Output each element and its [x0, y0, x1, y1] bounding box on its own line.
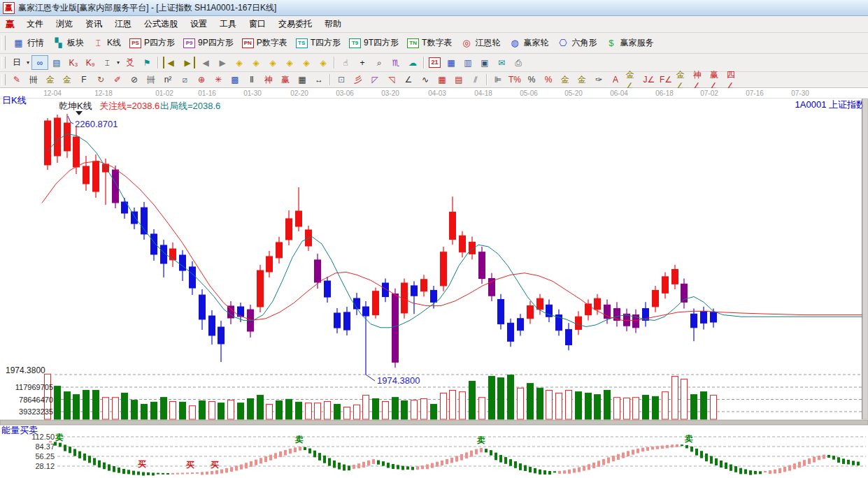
- crosshair-icon[interactable]: +: [354, 55, 371, 70]
- square-web-icon[interactable]: ▩: [227, 73, 243, 87]
- brush-icon[interactable]: ✎: [8, 73, 25, 87]
- print-icon[interactable]: ⎙: [510, 55, 527, 70]
- toolbar-grip[interactable]: [1, 74, 6, 85]
- gold-circle-icon[interactable]: 金: [557, 73, 574, 87]
- expand-h-icon[interactable]: ◈: [264, 55, 281, 70]
- title-bar[interactable]: 赢 赢家江恩专业版[赢家内部服务平台] - [上证指数 SH1A0001-167…: [0, 0, 868, 16]
- calculator-icon[interactable]: ▦: [443, 55, 460, 70]
- ying-angle-icon[interactable]: 赢∠: [708, 73, 725, 87]
- time-grid-icon[interactable]: 卌: [143, 73, 159, 87]
- toolbar-button-六角形[interactable]: ⎔六角形: [553, 36, 601, 50]
- percent-icon[interactable]: %: [523, 73, 540, 87]
- shen-grid-icon[interactable]: 神: [260, 73, 277, 87]
- export-icon[interactable]: ✉: [493, 55, 510, 70]
- toolbar-button-9P四方形[interactable]: P99P四方形: [179, 36, 238, 50]
- percent-line-icon[interactable]: %: [540, 73, 557, 87]
- toolbar-button-K线[interactable]: ⌶K线: [88, 36, 125, 50]
- gold-grid2-icon[interactable]: 金: [59, 73, 76, 87]
- fan-left-icon[interactable]: ◸: [367, 73, 383, 87]
- f-angle-icon[interactable]: F∠: [657, 73, 674, 87]
- menu-item-2[interactable]: 资讯: [79, 17, 108, 31]
- ying-grid-icon[interactable]: 赢: [277, 73, 294, 87]
- calendar-icon[interactable]: 21: [427, 56, 443, 69]
- toolbar-button-行情[interactable]: ▦行情: [8, 36, 48, 50]
- chart-scrollbar[interactable]: [863, 99, 868, 419]
- fan-lines-icon[interactable]: 彡: [350, 73, 367, 87]
- span-arrow-icon[interactable]: ↔: [311, 73, 327, 87]
- gold-line-icon[interactable]: 金: [574, 73, 590, 87]
- pen-line-icon[interactable]: ✑: [590, 73, 607, 87]
- si-angle-icon[interactable]: 四∠: [725, 73, 741, 87]
- mirror-icon[interactable]: ⧄: [176, 73, 193, 87]
- gold-angle-icon[interactable]: 金∠: [624, 73, 641, 87]
- prev-bar-icon[interactable]: ◀: [197, 55, 214, 70]
- menu-item-0[interactable]: 文件: [20, 17, 50, 31]
- panel-splitter[interactable]: [0, 420, 868, 425]
- toolbar-button-T数字表[interactable]: TNT数字表: [403, 36, 456, 50]
- chip-dist-icon[interactable]: ♏: [387, 55, 404, 70]
- wave-tool-icon[interactable]: ∿: [417, 73, 434, 87]
- next-bar-icon[interactable]: ▶: [214, 55, 231, 70]
- period-day-dropdown[interactable]: 日▾: [8, 55, 31, 70]
- menu-item-7[interactable]: 窗口: [243, 17, 272, 31]
- kline-9-icon[interactable]: K₉: [82, 55, 99, 70]
- j-angle-icon[interactable]: J∠: [641, 73, 657, 87]
- t-percent-icon[interactable]: T%: [506, 73, 523, 87]
- spider-web-icon[interactable]: ✳: [210, 73, 227, 87]
- price-grid-icon[interactable]: ▤: [450, 73, 467, 87]
- notepad-icon[interactable]: ▥: [460, 55, 476, 70]
- menu-item-9[interactable]: 帮助: [318, 17, 348, 31]
- menu-item-1[interactable]: 浏览: [50, 17, 79, 31]
- toolbar-grip[interactable]: [1, 36, 6, 50]
- box-tool-icon[interactable]: ⊡: [333, 73, 350, 87]
- shrink-h-icon[interactable]: ◈: [281, 55, 298, 70]
- gold-grid-icon[interactable]: 金: [42, 73, 59, 87]
- toolbar-button-P四方形[interactable]: PSP四方形: [125, 36, 179, 50]
- candle-style-dropdown[interactable]: ⌶▾: [99, 55, 122, 70]
- toolbar-grip[interactable]: [1, 57, 6, 69]
- shen-angle-icon[interactable]: 神∠: [691, 73, 708, 87]
- gann-overlay-icon[interactable]: ∞: [31, 55, 48, 70]
- first-bar-icon[interactable]: ◀: [161, 55, 179, 70]
- menu-item-5[interactable]: 设置: [184, 17, 213, 31]
- grid-tool-icon[interactable]: 卌: [25, 73, 42, 87]
- n-square-icon[interactable]: n²: [159, 73, 176, 87]
- info-doc-icon[interactable]: ▤: [48, 55, 65, 70]
- level-bars-icon[interactable]: ⊫: [490, 73, 506, 87]
- cycle-circle-icon[interactable]: ⊘: [126, 73, 143, 87]
- ruler-grid-icon[interactable]: ▦: [294, 73, 311, 87]
- shrink-v-icon[interactable]: ◈: [315, 55, 332, 70]
- toolbar-button-T四方形[interactable]: TST四方形: [292, 36, 345, 50]
- wave-abc-icon[interactable]: A: [607, 73, 624, 87]
- color-kline-icon[interactable]: ⚑: [138, 55, 155, 70]
- toolbar-button-赢家轮[interactable]: ◍赢家轮: [504, 36, 553, 50]
- slash-lines-icon[interactable]: ⫽: [467, 73, 484, 87]
- red-grid-icon[interactable]: ▦: [434, 73, 450, 87]
- menu-item-4[interactable]: 公式选股: [138, 17, 184, 31]
- toolbar-button-9T四方形[interactable]: T99T四方形: [345, 36, 403, 50]
- magnifier-icon[interactable]: ⌕: [371, 55, 387, 70]
- stock-filter-icon[interactable]: 爻: [122, 55, 138, 70]
- cloud-calc-icon[interactable]: ☁: [404, 55, 421, 70]
- expand-v-icon[interactable]: ◈: [298, 55, 315, 70]
- squeeze-right-icon[interactable]: ◈: [248, 55, 264, 70]
- last-bar-icon[interactable]: ▶: [179, 55, 197, 70]
- menu-item-3[interactable]: 江恩: [108, 17, 138, 31]
- k-count-icon[interactable]: Ⅱ: [243, 73, 260, 87]
- save-icon[interactable]: ▣: [476, 55, 493, 70]
- kline-3-icon[interactable]: K₃: [65, 55, 82, 70]
- gann-circle-icon[interactable]: ⊕: [193, 73, 210, 87]
- marker-pen-icon[interactable]: ✐: [109, 73, 126, 87]
- angle-line-icon[interactable]: ∠: [400, 73, 417, 87]
- menu-item-8[interactable]: 交易委托: [272, 17, 318, 31]
- kline-type-label[interactable]: 乾坤K线: [59, 101, 92, 111]
- toolbar-button-P数字表[interactable]: PNP数字表: [238, 36, 292, 50]
- spiral-icon[interactable]: ↻: [92, 73, 109, 87]
- squeeze-left-icon[interactable]: ◈: [231, 55, 248, 70]
- fib-grid-icon[interactable]: F: [76, 73, 92, 87]
- jin-angle-icon[interactable]: 金∠: [674, 73, 691, 87]
- toolbar-button-赢家服务[interactable]: $赢家服务: [601, 36, 657, 50]
- toolbar-button-江恩轮[interactable]: ◎江恩轮: [456, 36, 504, 50]
- kline-chart[interactable]: 12-0412-1801-0201-1601-3002-2003-0603-20…: [0, 88, 868, 478]
- toolbar-button-板块[interactable]: ▚板块: [48, 36, 88, 50]
